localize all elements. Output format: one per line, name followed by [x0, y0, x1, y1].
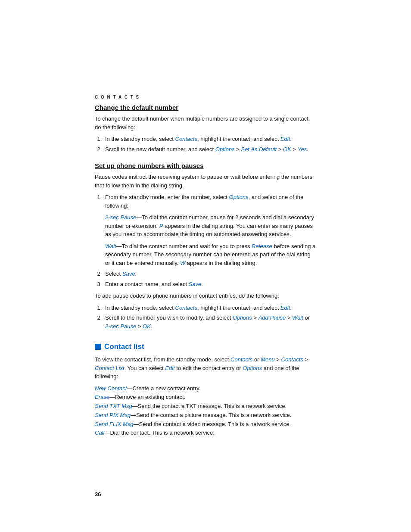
- set-as-default-link: Set As Default: [241, 146, 277, 152]
- page-number: 36: [95, 491, 101, 498]
- contacts-link-4: Contacts: [281, 356, 303, 363]
- add-pause-link: Add Pause: [258, 314, 286, 321]
- sub-item-2sec-pause: 2-sec Pause—To dial the contact number, …: [105, 213, 316, 239]
- options-link-4: Options: [243, 365, 262, 371]
- options-link-2: Options: [229, 194, 249, 200]
- menu-link: Menu: [261, 356, 275, 363]
- 2sec-pause-link: 2-sec Pause: [105, 214, 136, 221]
- set-up-pause-section: Set up phone numbers with pauses Pause c…: [95, 162, 316, 330]
- save-link-2: Save: [189, 281, 202, 287]
- contacts-link-1: Contacts: [175, 136, 197, 142]
- w-char: W: [180, 260, 185, 266]
- list-item-erase: Erase—Remove an existing contact.: [95, 393, 316, 402]
- send-pix-link: Send PIX Msg: [95, 412, 131, 418]
- send-txt-link: Send TXT Msg: [95, 403, 132, 409]
- 2sec-pause-link-2: 2-sec Pause: [105, 323, 136, 330]
- new-contact-link: New Contact: [95, 385, 127, 392]
- set-up-pause-intro: Pause codes instruct the receiving syste…: [95, 173, 316, 190]
- contact-list-link: Contact List: [95, 365, 125, 371]
- change-default-title: Change the default number: [95, 104, 316, 111]
- contact-list-intro: To view the contact list, from the stand…: [95, 355, 316, 381]
- set-up-pause-title: Set up phone numbers with pauses: [95, 162, 316, 169]
- call-link: Call: [95, 429, 104, 436]
- change-default-step2: Scroll to the new default number, and se…: [103, 145, 316, 154]
- contacts-link-3: Contacts: [230, 356, 252, 363]
- list-item-call: Call—Dial the contact. This is a network…: [95, 429, 316, 438]
- page: C o n t a c t s Change the default numbe…: [0, 0, 411, 532]
- set-up-pause-step2: Select Save.: [103, 270, 316, 278]
- change-default-steps: In the standby mode, select Contacts, hi…: [103, 135, 316, 153]
- release-link: Release: [252, 243, 272, 249]
- contact-list-items: New Contact—Create a new contact entry. …: [95, 384, 316, 438]
- edit-link-3: Edit: [165, 365, 174, 371]
- add-pause-steps: In the standby mode, select Contacts, hi…: [103, 304, 316, 331]
- list-item-send-flix: Send FLIX Msg—Send the contact a video m…: [95, 420, 316, 429]
- contact-list-header: Contact list: [95, 342, 316, 351]
- list-item-send-pix: Send PIX Msg—Send the contact a picture …: [95, 411, 316, 420]
- erase-link: Erase: [95, 394, 109, 400]
- contact-list-title: Contact list: [104, 342, 144, 351]
- sub-item-wait: Wait—To dial the contact number and wait…: [105, 242, 316, 268]
- send-flix-link: Send FLIX Msg: [95, 421, 134, 427]
- change-default-section: Change the default number To change the …: [95, 104, 316, 153]
- edit-link-1: Edit: [280, 136, 290, 142]
- wait-link-2: Wait: [292, 314, 303, 321]
- wait-link-1: Wait: [105, 243, 116, 249]
- set-up-pause-step1: From the standby mode, enter the number,…: [103, 193, 316, 267]
- ok-link-1: OK: [283, 146, 291, 152]
- add-pause-step2: Scroll to the number you wish to modify,…: [103, 314, 316, 330]
- yes-link-1: Yes: [298, 146, 307, 152]
- options-link-1: Options: [215, 146, 235, 152]
- contact-list-section: Contact list To view the contact list, f…: [95, 342, 316, 438]
- blue-square-icon: [95, 344, 101, 350]
- set-up-pause-step3: Enter a contact name, and select Save.: [103, 280, 316, 289]
- add-pause-step1: In the standby mode, select Contacts, hi…: [103, 304, 316, 312]
- change-default-intro: To change the default number when multip…: [95, 115, 316, 131]
- list-item-send-txt: Send TXT Msg—Send the contact a TXT mess…: [95, 402, 316, 411]
- section-label: C o n t a c t s: [95, 95, 316, 100]
- save-link-1: Save: [122, 271, 135, 277]
- set-up-pause-steps: From the standby mode, enter the number,…: [103, 193, 316, 288]
- ok-link-2: OK: [143, 323, 151, 330]
- add-pause-intro: To add pause codes to phone numbers in c…: [95, 292, 316, 300]
- change-default-step1: In the standby mode, select Contacts, hi…: [103, 135, 316, 143]
- options-link-3: Options: [233, 314, 252, 321]
- edit-link-2: Edit: [280, 305, 290, 311]
- contacts-link-2: Contacts: [175, 305, 197, 311]
- list-item-new-contact: New Contact—Create a new contact entry.: [95, 384, 316, 393]
